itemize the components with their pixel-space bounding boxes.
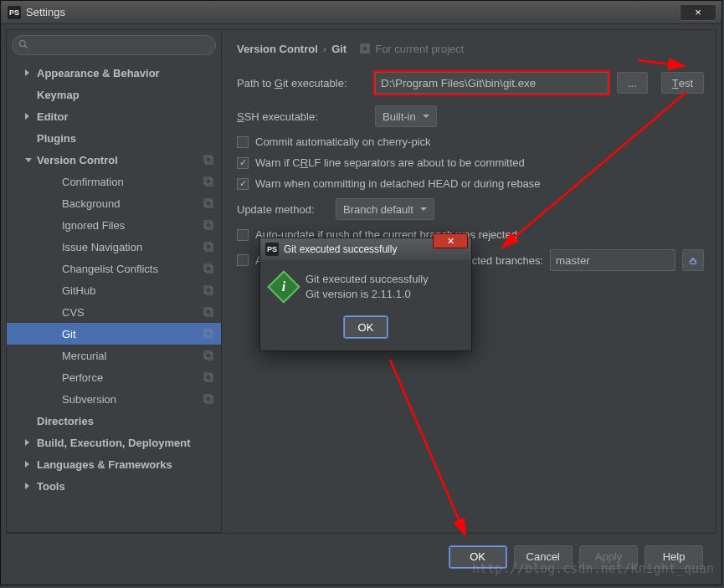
warn-crlf-checkbox[interactable]	[237, 157, 249, 169]
warn-crlf-label: Warn if CRLF line separators are about t…	[255, 156, 525, 169]
sidebar-item-plugins[interactable]: Plugins	[7, 127, 221, 149]
sidebar-item-label: Ignored Files	[62, 219, 125, 232]
tree-triangle-icon	[25, 69, 32, 76]
chevron-down-icon	[420, 207, 427, 211]
breadcrumb-hint: For current project	[375, 43, 464, 55]
auto-update-checkbox[interactable]	[237, 229, 249, 241]
svg-rect-12	[204, 264, 211, 271]
window-title: Settings	[26, 6, 65, 18]
sidebar-item-languages-frameworks[interactable]: Languages & Frameworks	[7, 453, 221, 475]
svg-rect-2	[204, 156, 211, 162]
svg-rect-28	[690, 263, 696, 264]
svg-rect-10	[204, 243, 211, 249]
breadcrumb-sep: ›	[323, 43, 326, 55]
project-level-icon	[203, 154, 214, 166]
test-button[interactable]: Test	[661, 72, 704, 94]
sidebar-item-perforce[interactable]: Perforce	[7, 366, 221, 388]
sidebar-item-subversion[interactable]: Subversion	[7, 388, 221, 410]
search-input[interactable]	[12, 35, 216, 55]
sidebar-item-label: Git	[62, 328, 76, 340]
sidebar-item-ignored-files[interactable]: Ignored Files	[7, 214, 221, 236]
svg-rect-8	[204, 221, 211, 228]
sidebar-item-label: CVS	[62, 306, 85, 319]
sidebar-item-appearance-behavior[interactable]: Appearance & Behavior	[7, 62, 221, 84]
sidebar-item-cvs[interactable]: CVS	[7, 301, 221, 323]
dialog-title: Git executed successfully	[284, 243, 397, 255]
project-level-icon	[203, 284, 214, 296]
sidebar-item-background[interactable]: Background	[7, 192, 221, 214]
ssh-executable-dropdown[interactable]: Built-in	[375, 105, 437, 127]
app-icon: PS	[8, 6, 21, 19]
app-icon: PS	[265, 243, 279, 256]
svg-rect-16	[204, 308, 211, 314]
svg-point-0	[20, 41, 26, 47]
sidebar-item-mercurial[interactable]: Mercurial	[7, 345, 221, 366]
window-close-button[interactable]: ×	[680, 4, 716, 21]
sidebar-item-label: Changelist Conflicts	[62, 263, 158, 275]
commit-auto-checkbox[interactable]	[237, 136, 249, 148]
sidebar-item-label: Issue Navigation	[62, 241, 142, 253]
sidebar-item-directories[interactable]: Directories	[7, 410, 221, 432]
breadcrumb: Version Control › Git For current projec…	[237, 37, 704, 60]
sidebar-item-changelist-conflicts[interactable]: Changelist Conflicts	[7, 258, 221, 279]
titlebar: PS Settings ×	[1, 1, 721, 24]
tree-triangle-icon	[25, 156, 32, 163]
git-path-input[interactable]	[375, 72, 608, 94]
sidebar-item-label: Version Control	[37, 154, 118, 166]
cancel-button[interactable]: Cancel	[514, 545, 573, 569]
commit-auto-label: Commit automatically on cherry-pick	[255, 135, 431, 148]
svg-rect-13	[206, 266, 213, 273]
svg-rect-23	[206, 375, 213, 381]
browse-button[interactable]: ...	[617, 72, 648, 94]
apply-button[interactable]: Apply	[579, 545, 638, 569]
expand-field-button[interactable]	[682, 249, 704, 271]
dialog-ok-button[interactable]: OK	[343, 315, 388, 339]
sidebar-item-editor[interactable]: Editor	[7, 105, 221, 127]
svg-rect-4	[204, 177, 211, 184]
sidebar-item-label: Confirmation	[62, 176, 124, 188]
sidebar-item-version-control[interactable]: Version Control	[7, 149, 221, 171]
project-level-icon	[203, 371, 214, 383]
project-level-icon	[203, 197, 214, 209]
project-scope-icon	[360, 43, 370, 54]
svg-rect-17	[206, 309, 213, 316]
dialog-message-2: Git version is 2.11.1.0	[306, 287, 429, 302]
dialog-titlebar[interactable]: PS Git executed successfully ✕	[260, 238, 471, 260]
warn-detached-label: Warn when committing in detached HEAD or…	[255, 177, 541, 190]
project-level-icon	[203, 176, 214, 187]
protected-branches-input[interactable]	[550, 249, 675, 271]
svg-rect-7	[206, 201, 213, 207]
protected-checkbox[interactable]	[237, 254, 249, 266]
sidebar-item-keymap[interactable]: Keymap	[7, 84, 221, 105]
svg-rect-11	[206, 244, 213, 251]
dialog-close-button[interactable]: ✕	[433, 233, 468, 248]
sidebar-item-confirmation[interactable]: Confirmation	[7, 171, 221, 192]
dialog-message-1: Git executed successfully	[306, 272, 429, 287]
sidebar-item-tools[interactable]: Tools	[7, 475, 221, 497]
breadcrumb-b: Git	[331, 43, 347, 55]
settings-sidebar: Appearance & BehaviorKeymapEditorPlugins…	[6, 29, 222, 533]
expand-icon	[688, 255, 698, 265]
search-icon	[18, 39, 28, 49]
project-level-icon	[203, 306, 214, 318]
help-button[interactable]: Help	[644, 545, 703, 569]
chevron-down-icon	[423, 115, 429, 118]
ok-button[interactable]: OK	[449, 545, 507, 569]
svg-line-1	[25, 46, 28, 49]
svg-rect-27	[362, 46, 367, 51]
warn-detached-checkbox[interactable]	[237, 178, 249, 190]
svg-rect-24	[204, 395, 211, 401]
update-method-label: Update method:	[237, 203, 327, 216]
tree-triangle-icon	[25, 461, 32, 468]
sidebar-item-label: Build, Execution, Deployment	[37, 437, 190, 449]
sidebar-item-label: Subversion	[62, 393, 116, 406]
sidebar-item-github[interactable]: GitHub	[7, 279, 221, 301]
sidebar-item-git[interactable]: Git	[7, 323, 221, 345]
dialog-button-bar: OK Cancel Apply Help	[6, 533, 716, 580]
update-method-dropdown[interactable]: Branch default	[336, 198, 434, 220]
sidebar-item-issue-navigation[interactable]: Issue Navigation	[7, 236, 221, 258]
sidebar-item-build-execution-deployment[interactable]: Build, Execution, Deployment	[7, 432, 221, 453]
info-icon: i	[267, 270, 300, 304]
svg-rect-15	[206, 288, 213, 294]
sidebar-item-label: Languages & Frameworks	[37, 458, 172, 471]
